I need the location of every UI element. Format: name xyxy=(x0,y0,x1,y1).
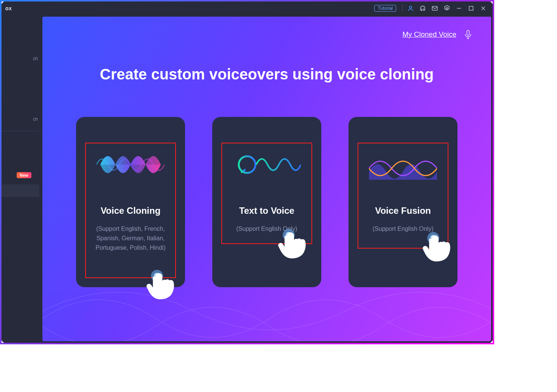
app-title-fragment: ox xyxy=(5,5,12,11)
card-row: Voice Cloning (Support English, French, … xyxy=(42,117,491,287)
new-badge: New xyxy=(17,172,31,178)
my-cloned-voice-link[interactable]: My Cloned Voice xyxy=(402,30,456,39)
highlight-box xyxy=(221,143,312,244)
main-top-bar: My Cloned Voice xyxy=(42,17,491,39)
titlebar-controls: Tutorial xyxy=(374,4,487,12)
background-wave-decor xyxy=(42,273,491,341)
sidebar: ch ch New xyxy=(2,15,42,343)
card-voice-cloning[interactable]: Voice Cloning (Support English, French, … xyxy=(76,117,185,287)
highlight-box xyxy=(358,143,448,249)
microphone-icon[interactable] xyxy=(463,30,473,39)
mail-icon[interactable] xyxy=(431,4,439,12)
highlight-box xyxy=(85,143,176,278)
maximize-icon[interactable] xyxy=(467,4,475,12)
svg-point-4 xyxy=(446,8,448,9)
svg-point-1 xyxy=(422,8,422,9)
settings-icon[interactable] xyxy=(443,4,451,12)
app-window: ox Tutorial xyxy=(0,0,494,344)
card-voice-fusion[interactable]: Voice Fusion (Support English Only) xyxy=(349,117,457,287)
close-icon[interactable] xyxy=(479,4,487,12)
sidebar-new-row[interactable]: New xyxy=(2,171,42,178)
sidebar-item-0[interactable]: ch xyxy=(2,53,39,64)
user-icon[interactable] xyxy=(406,4,415,12)
sidebar-divider xyxy=(2,131,39,131)
minimize-icon[interactable] xyxy=(455,4,463,12)
divider xyxy=(402,5,403,12)
sidebar-item-active[interactable] xyxy=(2,184,39,197)
card-text-to-voice[interactable]: Text to Voice (Support English Only) xyxy=(212,117,321,287)
tutorial-button[interactable]: Tutorial xyxy=(374,5,396,12)
sidebar-item-1[interactable]: ch xyxy=(2,114,39,125)
svg-point-0 xyxy=(409,6,412,8)
svg-point-2 xyxy=(423,8,424,9)
discord-icon[interactable] xyxy=(419,4,427,12)
svg-rect-6 xyxy=(469,6,473,11)
svg-rect-9 xyxy=(467,30,470,35)
page-heading: Create custom voiceovers using voice clo… xyxy=(42,66,491,83)
titlebar: ox Tutorial xyxy=(2,2,493,15)
main-panel: My Cloned Voice Create custom voiceovers… xyxy=(42,17,491,341)
